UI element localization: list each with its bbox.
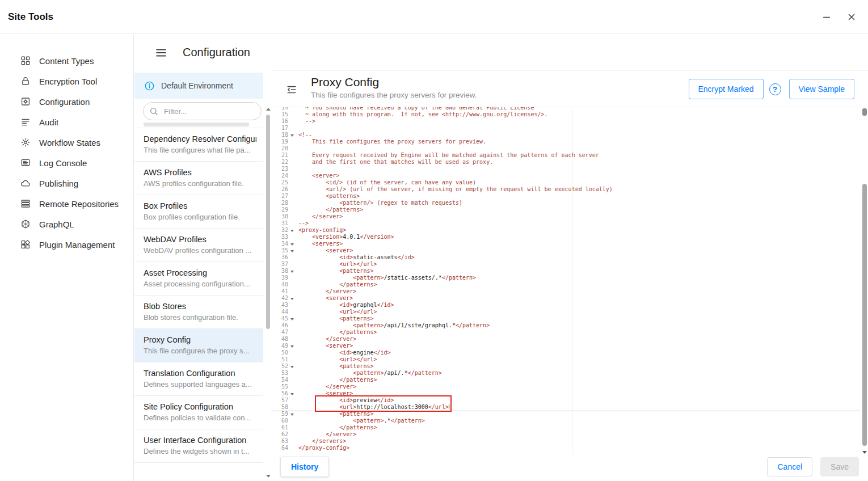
code-line-40[interactable]: 40 </patterns>	[271, 281, 860, 288]
sidebar-item-encryption-tool[interactable]: Encryption Tool	[0, 71, 133, 91]
fold-toggle-icon[interactable]	[288, 411, 296, 417]
config-list-item-box-profiles[interactable]: Box ProfilesBox profiles configuration f…	[134, 195, 263, 229]
code-editor[interactable]: 14 ~ You should have received a copy of …	[271, 107, 868, 454]
encrypt-marked-button[interactable]: Encrypt Marked	[689, 79, 764, 99]
scrollbar-thumb[interactable]	[266, 115, 270, 329]
code-line-22[interactable]: 22 and the first one that matches will b…	[271, 159, 860, 166]
code-line-38[interactable]: 38 <patterns>	[271, 268, 860, 275]
code-line-32[interactable]: 32<proxy-config>	[271, 227, 860, 234]
code-line-56[interactable]: 56 <server>	[271, 390, 860, 397]
code-line-31[interactable]: 31-->	[271, 220, 860, 227]
code-line-19[interactable]: 19 This file configures the proxy server…	[271, 138, 860, 145]
config-list-item-dependency-resolver-configur[interactable]: Dependency Resolver Configur...This file…	[134, 128, 263, 162]
editor-scrollbar[interactable]	[861, 107, 868, 454]
sidebar-item-audit[interactable]: Audit	[0, 112, 133, 132]
code-line-50[interactable]: 50 <id>engine</id>	[271, 349, 860, 356]
config-list-item-webdav-profiles[interactable]: WebDAV ProfilesWebDAV profiles configura…	[134, 229, 263, 262]
fold-toggle-icon[interactable]	[288, 315, 296, 322]
sidebar-item-log-console[interactable]: Log Console	[0, 153, 133, 173]
fold-toggle-icon[interactable]	[288, 227, 296, 234]
code-line-29[interactable]: 29 </patterns>	[271, 206, 860, 213]
code-line-62[interactable]: 62 </server>	[271, 431, 860, 438]
cancel-button[interactable]: Cancel	[767, 457, 812, 476]
config-list-item-proxy-config[interactable]: Proxy ConfigThis file configures the pro…	[134, 329, 263, 362]
fold-toggle-icon[interactable]	[288, 343, 296, 349]
sidebar-item-publishing[interactable]: Publishing	[0, 173, 133, 193]
config-list-item-site-policy-configuration[interactable]: Site Policy ConfigurationDefines policie…	[134, 396, 263, 429]
code-line-28[interactable]: 28 <pattern/> (regex to match requests)	[271, 200, 860, 206]
code-line-41[interactable]: 41 </server>	[271, 288, 860, 295]
code-line-43[interactable]: 43 <id>graphql</id>	[271, 302, 860, 309]
scrollbar-top-button[interactable]	[862, 108, 867, 116]
sidebar-item-workflow-states[interactable]: Workflow States	[0, 132, 133, 153]
code-line-26[interactable]: 26 <url/> (url of the server, if missing…	[271, 186, 860, 193]
save-button[interactable]: Save	[820, 457, 859, 476]
code-line-37[interactable]: 37 <url></url>	[271, 261, 860, 268]
config-list-item-asset-processing[interactable]: Asset ProcessingAsset processing configu…	[134, 262, 263, 296]
code-line-33[interactable]: 33 <version>4.0.1</version>	[271, 234, 860, 241]
fold-toggle-icon[interactable]	[288, 241, 296, 247]
code-line-27[interactable]: 27 <patterns>	[271, 193, 860, 200]
code-line-44[interactable]: 44 <url></url>	[271, 309, 860, 315]
scroll-down-arrow-icon[interactable]	[266, 475, 271, 478]
sidebar-item-content-types[interactable]: Content Types	[0, 50, 133, 71]
code-line-52[interactable]: 52 <patterns>	[271, 363, 860, 370]
code-line-51[interactable]: 51 <url></url>	[271, 356, 860, 363]
scroll-up-arrow-icon[interactable]	[266, 108, 271, 111]
code-line-61[interactable]: 61 </patterns>	[271, 424, 860, 431]
code-line-23[interactable]: 23	[271, 166, 860, 172]
code-line-42[interactable]: 42 <server>	[271, 295, 860, 302]
code-line-17[interactable]: 17	[271, 125, 860, 132]
code-line-46[interactable]: 46 <pattern>/api/1/site/graphql.*</patte…	[271, 322, 860, 329]
code-line-60[interactable]: 60 <pattern>.*</pattern>	[271, 417, 860, 424]
history-button[interactable]: History	[280, 457, 329, 477]
config-list-item-partial[interactable]	[134, 123, 263, 128]
close-button[interactable]	[846, 12, 857, 22]
code-line-64[interactable]: 64</proxy-config>	[271, 445, 860, 452]
code-line-54[interactable]: 54 </patterns>	[271, 377, 860, 383]
config-list-item-blob-stores[interactable]: Blob StoresBlob stores configuration fil…	[134, 296, 263, 329]
code-line-30[interactable]: 30 </server>	[271, 213, 860, 220]
config-list-item-aws-profiles[interactable]: AWS ProfilesAWS profiles configuration f…	[134, 162, 263, 195]
code-line-14[interactable]: 14 ~ You should have received a copy of …	[271, 107, 860, 111]
code-line-55[interactable]: 55 </server>	[271, 383, 860, 390]
config-list-item-user-interface-configuration[interactable]: User Interface ConfigurationDefines the …	[134, 429, 263, 463]
fold-toggle-icon[interactable]	[288, 390, 296, 397]
code-line-15[interactable]: 15 ~ along with this program. If not, se…	[271, 111, 860, 118]
code-line-45[interactable]: 45 <patterns>	[271, 315, 860, 322]
collapse-panel-button[interactable]	[286, 84, 297, 95]
sidebar-item-graphql[interactable]: GraphQL	[0, 214, 133, 234]
config-list-item-translation-configuration[interactable]: Translation ConfigurationDefines support…	[134, 362, 263, 396]
fold-toggle-icon[interactable]	[288, 295, 296, 302]
sidebar-item-configuration[interactable]: Configuration	[0, 91, 133, 112]
code-line-48[interactable]: 48 </server>	[271, 336, 860, 343]
fold-toggle-icon[interactable]	[288, 132, 296, 138]
code-line-20[interactable]: 20	[271, 145, 860, 152]
code-line-35[interactable]: 35 <server>	[271, 247, 860, 254]
fold-toggle-icon[interactable]	[288, 268, 296, 275]
help-icon[interactable]: ?	[769, 83, 781, 95]
code-line-57[interactable]: 57 <id>preview</id>	[271, 397, 860, 404]
sidebar-item-plugin-management[interactable]: Plugin Management	[0, 234, 133, 255]
scrollbar-thumb[interactable]	[862, 184, 867, 446]
hamburger-menu-button[interactable]	[155, 47, 167, 59]
code-line-53[interactable]: 53 <pattern>/api/.*</pattern>	[271, 370, 860, 377]
code-line-58[interactable]: 58 <url>http://localhost:3000</url>	[271, 404, 860, 411]
code-line-18[interactable]: 18<!--	[271, 132, 860, 138]
fold-toggle-icon[interactable]	[288, 247, 296, 254]
code-line-49[interactable]: 49 <server>	[271, 343, 860, 349]
code-line-34[interactable]: 34 <servers>	[271, 241, 860, 247]
view-sample-button[interactable]: View Sample	[789, 79, 854, 99]
code-line-21[interactable]: 21 Every request received by Engine will…	[271, 152, 860, 159]
code-line-25[interactable]: 25 <id/> (id of the server, can have any…	[271, 179, 860, 186]
fold-toggle-icon[interactable]	[288, 363, 296, 370]
code-line-47[interactable]: 47 </patterns>	[271, 329, 860, 336]
minimize-button[interactable]	[821, 12, 832, 22]
code-line-39[interactable]: 39 <pattern>/static-assets/.*</pattern>	[271, 275, 860, 281]
filter-input[interactable]	[143, 102, 262, 120]
code-line-59[interactable]: 59 <patterns>	[271, 411, 860, 417]
sidebar-item-remote-repositories[interactable]: Remote Repositories	[0, 193, 133, 214]
config-list-scrollbar[interactable]	[266, 108, 271, 478]
code-line-63[interactable]: 63 </servers>	[271, 438, 860, 445]
code-line-36[interactable]: 36 <id>static-assets</id>	[271, 254, 860, 261]
